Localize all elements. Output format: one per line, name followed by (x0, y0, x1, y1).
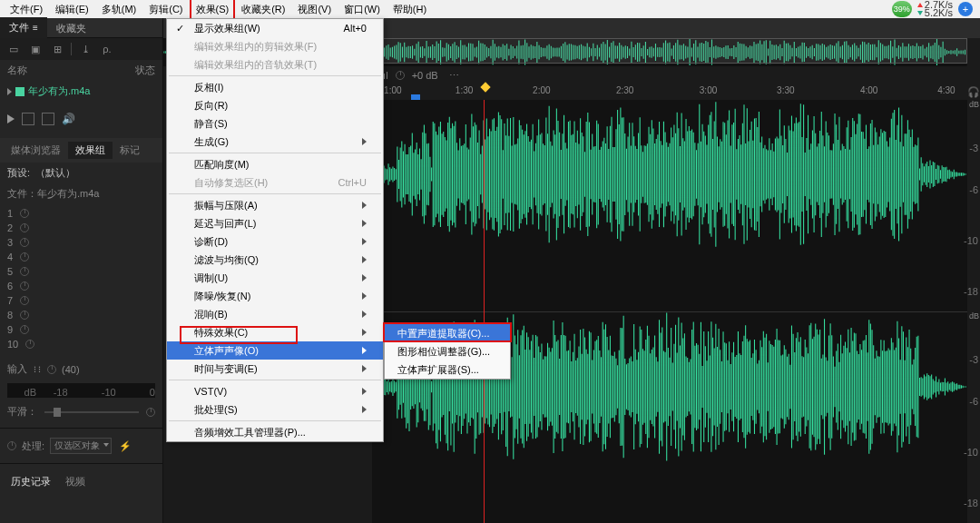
waveform-area[interactable] (372, 100, 967, 523)
menu-generate[interactable]: 生成(G) (167, 133, 383, 151)
headphones-icon[interactable]: 🎧 (967, 84, 980, 100)
chevron-right-icon (362, 220, 367, 227)
import-icon[interactable]: ⤓ (77, 41, 93, 57)
menu-reverb[interactable]: 混响(B) (167, 305, 383, 323)
fx-slot[interactable]: 6 (7, 279, 155, 293)
volume-icon[interactable]: 🔊 (62, 113, 75, 125)
menu-vst[interactable]: VST(V) (167, 382, 383, 400)
menu-special-fx[interactable]: 特殊效果(C) (167, 323, 383, 341)
net-stats: 2.7K/s 5.2K/s (917, 1, 953, 17)
fx-slot[interactable]: 7 (7, 293, 155, 308)
file-row[interactable]: 年少有为.m4a (0, 81, 162, 102)
smoothing-slider[interactable] (44, 411, 139, 413)
menu-noise-reduction[interactable]: 降噪/恢复(N) (167, 287, 383, 305)
multitrack-icon[interactable]: ⊞ (49, 41, 65, 57)
menu-stereo-imagery[interactable]: 立体声声像(O) (167, 341, 383, 360)
fx-panel-tabs: 媒体浏览器 效果组 标记 (0, 138, 162, 163)
power-knob-icon[interactable] (20, 223, 29, 232)
apply-icon[interactable]: ⚡ (117, 438, 133, 454)
menu-batch[interactable]: 批处理(S) (167, 400, 383, 419)
fx-slot[interactable]: 3 (7, 235, 155, 250)
power-knob-icon[interactable] (20, 267, 29, 276)
autoplay-icon[interactable] (42, 113, 54, 125)
fx-slot[interactable]: 1 (7, 206, 155, 221)
menu-help[interactable]: 帮助(H) (387, 0, 433, 18)
input-row: 输入 ⫶⫶ (40) (0, 359, 162, 380)
fx-slot[interactable]: 4 (7, 250, 155, 264)
cpu-badge: 39% (892, 1, 912, 17)
submenu-center-extractor[interactable]: 中置声道提取器(C)... (385, 324, 510, 342)
power-knob-icon[interactable] (20, 296, 29, 305)
playhead-line[interactable] (484, 100, 485, 523)
loop-icon[interactable] (22, 113, 34, 125)
overview-visible-range[interactable] (356, 38, 967, 64)
menu-plugin-manager[interactable]: 音频增效工具管理器(P)... (167, 423, 383, 441)
menu-reverse[interactable]: 反向(R) (167, 96, 383, 114)
fx-slot[interactable]: 2 (7, 221, 155, 235)
assist-button[interactable]: + (958, 2, 973, 16)
submenu-graphic-phase[interactable]: 图形相位调整器(G)... (385, 342, 510, 360)
menu-clip[interactable]: 剪辑(C) (142, 0, 189, 18)
gain-knob-icon[interactable] (396, 71, 405, 80)
menu-amp-limit[interactable]: 振幅与压限(A) (167, 196, 383, 214)
menu-filter-eq[interactable]: 滤波与均衡(Q) (167, 251, 383, 269)
open-file-icon[interactable]: ▭ (5, 41, 22, 57)
db-value: +0 dB (412, 70, 438, 81)
menu-view[interactable]: 视图(V) (291, 0, 338, 18)
tab-media-browser[interactable]: 媒体浏览器 (4, 142, 68, 159)
fx-slot[interactable]: 5 (7, 264, 155, 279)
fx-slot[interactable]: 9 (7, 322, 155, 337)
menubar: 文件(F) 编辑(E) 多轨(M) 剪辑(C) 效果(S) 收藏夹(R) 视图(… (0, 0, 980, 18)
preset-row: 预设: （默认） (0, 163, 162, 183)
menu-auto-heal: 自动修复选区(H)Ctrl+U (167, 173, 383, 192)
menu-diagnostics[interactable]: 诊断(D) (167, 232, 383, 251)
smoothing-row: 平滑： (0, 401, 162, 422)
menu-effects[interactable]: 效果(S) (190, 0, 236, 20)
time-tick: 4:30 (937, 85, 955, 95)
tab-files-label: 文件 (9, 22, 29, 33)
fx-slot[interactable]: 10 (7, 337, 155, 351)
preset-value[interactable]: （默认） (35, 166, 75, 180)
power-knob-icon[interactable] (20, 311, 29, 320)
tab-video[interactable]: 视频 (58, 473, 93, 490)
shortcut: Ctrl+U (338, 176, 367, 189)
menu-edit[interactable]: 编辑(E) (49, 0, 95, 18)
menu-silence[interactable]: 静音(S) (167, 114, 383, 133)
power-knob-icon[interactable] (20, 238, 29, 247)
tab-history[interactable]: 历史记录 (4, 473, 58, 490)
tab-favorites[interactable]: 收藏夹 (47, 18, 95, 38)
process-select[interactable]: 仅选区对象 (50, 438, 112, 454)
power-knob-icon[interactable] (20, 209, 29, 218)
menu-favorites[interactable]: 收藏夹(R) (235, 0, 291, 18)
power-knob-icon[interactable] (20, 252, 29, 262)
tab-effects-rack[interactable]: 效果组 (68, 142, 113, 159)
menu-delay-echo[interactable]: 延迟与回声(L) (167, 214, 383, 232)
output-knob-icon[interactable] (146, 408, 155, 417)
menu-match-loudness[interactable]: 匹配响度(M) (167, 155, 383, 173)
playhead-marker[interactable] (481, 82, 491, 92)
tab-files[interactable]: 文件≡ (0, 17, 47, 38)
power-knob-icon[interactable] (20, 281, 29, 291)
submenu-stereo-expander[interactable]: 立体声扩展器(S)... (385, 360, 510, 379)
menu-modulation[interactable]: 调制(U) (167, 269, 383, 287)
search-icon[interactable]: ρ. (99, 41, 115, 57)
menu-time-pitch[interactable]: 时间与变调(E) (167, 360, 383, 378)
power-icon[interactable] (7, 441, 16, 450)
power-knob-icon[interactable] (25, 340, 34, 349)
db-readout: ⫶..ıl +0 dB ⋯ (372, 67, 459, 84)
timeline-ruler[interactable]: 1:00 1:30 2:00 2:30 3:00 3:30 4:00 4:30 (372, 84, 967, 100)
menu-invert[interactable]: 反相(I) (167, 78, 383, 96)
menu-show-fx-group[interactable]: 显示效果组(W)Alt+0 (167, 19, 383, 37)
input-knob-icon[interactable] (47, 365, 56, 374)
play-icon[interactable] (7, 114, 15, 123)
menu-file[interactable]: 文件(F) (4, 0, 49, 18)
fx-slot[interactable]: 8 (7, 308, 155, 322)
expand-icon[interactable] (7, 88, 12, 95)
more-icon[interactable]: ⋯ (449, 70, 459, 82)
power-knob-icon[interactable] (20, 325, 29, 334)
menu-window[interactable]: 窗口(W) (338, 0, 387, 18)
menu-multitrack[interactable]: 多轨(M) (95, 0, 143, 18)
chevron-right-icon (362, 256, 367, 263)
record-file-icon[interactable]: ▣ (27, 41, 44, 57)
tab-markers[interactable]: 标记 (113, 142, 147, 159)
